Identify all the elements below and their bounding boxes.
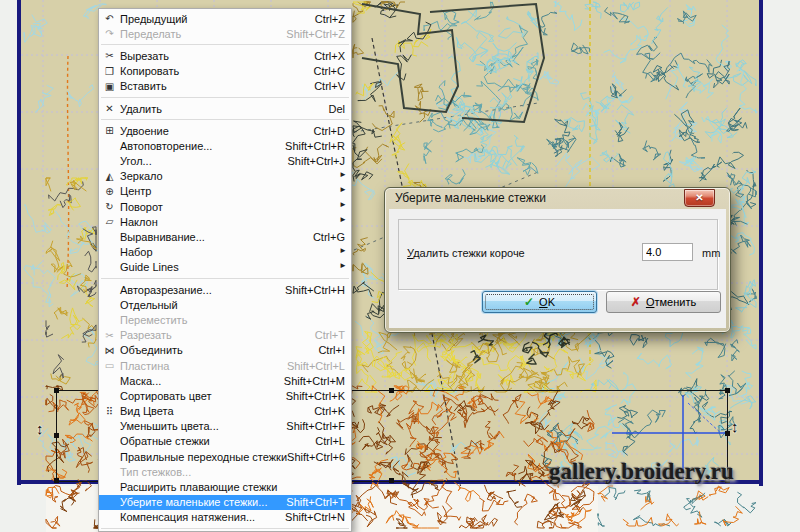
cut-icon: ✂ <box>99 50 120 61</box>
context-menu-item[interactable]: Авторазрезание...Shift+Ctrl+H <box>99 282 351 297</box>
delete-icon: ✕ <box>99 103 120 114</box>
cross-icon: ✗ <box>631 295 641 309</box>
menu-item-shortcut: Ctrl+K <box>314 405 351 417</box>
cancel-button[interactable]: ✗Отменить <box>606 291 721 313</box>
paste-icon: ▣ <box>99 81 120 92</box>
menu-item-shortcut: Shift+Ctrl+H <box>285 284 351 296</box>
menu-item-shortcut: Shift+Ctrl+J <box>288 155 351 167</box>
context-menu-item[interactable]: Маска...Shift+Ctrl+M <box>99 373 351 388</box>
menu-item-label: Зеркало <box>120 170 163 182</box>
menu-item-shortcut: Ctrl+I <box>318 344 351 356</box>
selection-handle[interactable] <box>54 388 59 393</box>
context-menu-item[interactable]: Набор► <box>99 245 351 260</box>
menu-item-label: Авторазрезание... <box>120 284 212 296</box>
context-menu-item[interactable]: Компенсация натяжения...Shift+Ctrl+N <box>99 510 351 525</box>
menu-item-shortcut: Shift+Ctrl+K <box>286 390 351 402</box>
menu-item-label: Пластина <box>120 360 169 372</box>
menu-item-label: Тип стежков... <box>120 466 191 478</box>
menu-item-label: Предыдущий <box>120 13 187 25</box>
center-icon: ⊕ <box>99 186 120 197</box>
context-menu-item[interactable]: Guide Lines► <box>99 260 351 275</box>
cancel-label: тменить <box>654 296 696 308</box>
menu-item-label: Удвоение <box>120 125 169 137</box>
menu-item-shortcut: Ctrl+G <box>313 231 351 243</box>
menu-item-shortcut: Ctrl+D <box>314 125 351 137</box>
context-menu-item[interactable]: ↻Поворот► <box>99 199 351 214</box>
context-menu-item: ↷ПеределатьShift+Ctrl+Z <box>99 26 351 41</box>
menu-item-label: Отдельный <box>120 299 178 311</box>
menu-item-label: Переместить <box>120 314 187 326</box>
menu-item-label: Правильные переходные стежки <box>120 451 287 463</box>
context-menu-item[interactable]: Уменьшить цвета...Shift+Ctrl+F <box>99 419 351 434</box>
context-menu-item[interactable]: ⠿Вид ЦветаCtrl+K <box>99 404 351 419</box>
context-menu-item[interactable]: Расширить плавающие стежки <box>99 479 351 494</box>
context-menu-item[interactable]: Обратные стежкиCtrl+L <box>99 434 351 449</box>
context-menu-item[interactable]: ▱Наклон► <box>99 214 351 229</box>
context-menu-item[interactable]: ⊞УдвоениеCtrl+D <box>99 123 351 138</box>
context-menu-item[interactable]: ❐КопироватьCtrl+C <box>99 64 351 79</box>
submenu-arrow-icon: ► <box>339 246 347 255</box>
app-root: { "context_menu": { "highlight_color": "… <box>0 0 800 532</box>
context-menu-item: Переместить <box>99 312 351 327</box>
menu-separator <box>101 44 349 45</box>
selection-handle[interactable] <box>54 433 59 438</box>
menu-item-shortcut: Shift+Ctrl+T <box>286 496 351 508</box>
context-menu-item[interactable]: ⋈ОбъединитьCtrl+I <box>99 343 351 358</box>
context-menu-item: Тип стежков... <box>99 464 351 479</box>
ok-button[interactable]: ✓OK <box>482 291 597 313</box>
submenu-arrow-icon: ► <box>339 261 347 270</box>
context-menu-item[interactable]: ✂ВырезатьCtrl+X <box>99 48 351 63</box>
redo-icon: ↷ <box>99 28 120 39</box>
menu-item-label: Вид Цвета <box>120 405 174 417</box>
selection-handle[interactable] <box>389 388 394 393</box>
context-menu-item[interactable]: Выравнивание...Ctrl+G <box>99 229 351 244</box>
duplicate-icon: ⊞ <box>99 125 120 136</box>
resize-vertical-cursor-icon: ↕ <box>36 420 44 437</box>
selection-handle[interactable] <box>725 431 730 436</box>
stitch-length-label: Удалить стежки короче <box>407 247 525 259</box>
context-menu-item[interactable]: ▣ВставитьCtrl+V <box>99 79 351 94</box>
menu-item-label: Набор <box>120 246 153 258</box>
menu-item-label: Маска... <box>120 375 161 387</box>
menu-item-shortcut: Shift+Ctrl+M <box>284 375 351 387</box>
mirror-icon: ◭ <box>99 171 120 182</box>
menu-item-shortcut: Ctrl+L <box>315 435 351 447</box>
menu-separator <box>101 528 349 529</box>
context-menu-item[interactable]: Отдельный <box>99 297 351 312</box>
split-icon: ✂ <box>99 330 120 341</box>
menu-item-label: Компенсация натяжения... <box>120 511 255 523</box>
watermark: gallery.broidery.ru <box>549 459 734 485</box>
selection-handle[interactable] <box>725 388 730 393</box>
selection-handle[interactable] <box>54 478 59 483</box>
menu-item-label: Копировать <box>120 65 179 77</box>
context-menu-item[interactable]: ⊕Центр► <box>99 184 351 199</box>
context-menu-item[interactable]: Уберите маленькие стежки...Shift+Ctrl+T <box>99 495 351 510</box>
context-menu-item[interactable]: Угол...Shift+Ctrl+J <box>99 154 351 169</box>
close-icon[interactable]: ✕ <box>684 189 715 207</box>
context-menu-item: ✂РазрезатьCtrl+T <box>99 328 351 343</box>
context-menu-item[interactable]: ◭Зеркало► <box>99 169 351 184</box>
context-menu-item[interactable]: Сортировать цветShift+Ctrl+K <box>99 388 351 403</box>
menu-item-shortcut: Del <box>328 103 351 115</box>
menu-item-shortcut: Shift+Ctrl+Z <box>286 28 351 40</box>
context-menu-item[interactable]: Автоповторение...Shift+Ctrl+R <box>99 138 351 153</box>
stitch-length-input[interactable] <box>642 243 693 261</box>
submenu-arrow-icon: ► <box>339 200 347 209</box>
context-menu: ↶ПредыдущийCtrl+Z↷ПеределатьShift+Ctrl+Z… <box>98 8 352 532</box>
menu-item-label: Guide Lines <box>120 261 179 273</box>
selection-handle[interactable] <box>389 478 394 483</box>
unit-label: mm <box>702 247 720 259</box>
menu-item-label: Наклон <box>120 216 158 228</box>
menu-item-shortcut: Shift+Ctrl+R <box>285 140 351 152</box>
menu-item-shortcut: Ctrl+X <box>314 50 351 62</box>
menu-item-shortcut: Shift+Ctrl+F <box>286 420 351 432</box>
menu-item-label: Выравнивание... <box>120 231 205 243</box>
color-view-icon: ⠿ <box>99 406 120 417</box>
resize-vertical-cursor-icon: ↕ <box>731 418 739 435</box>
context-menu-item[interactable]: ✕УдалитьDel <box>99 101 351 116</box>
menu-item-label: Вырезать <box>120 50 169 62</box>
menu-item-shortcut: Shift+Ctrl+N <box>285 511 351 523</box>
context-menu-item[interactable]: ↶ПредыдущийCtrl+Z <box>99 11 351 26</box>
context-menu-item[interactable]: Правильные переходные стежкиShift+Ctrl+6 <box>99 449 351 464</box>
dialog-title: Уберите маленькие стежки <box>395 191 546 205</box>
